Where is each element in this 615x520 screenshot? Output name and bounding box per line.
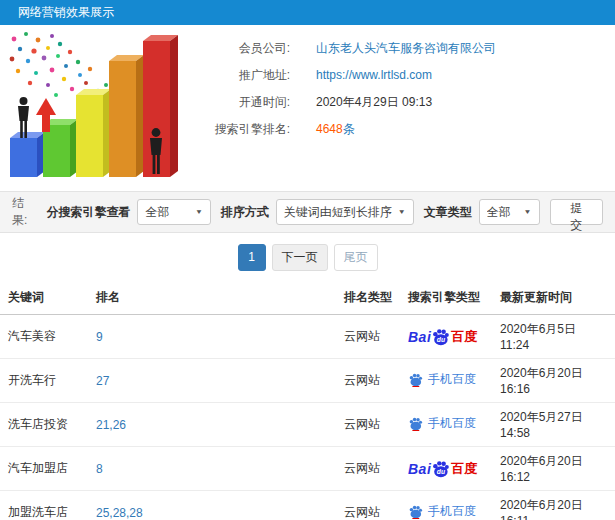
submit-button[interactable]: 提交: [550, 199, 604, 225]
rank-type-cell: 云网站: [336, 491, 400, 520]
confetti-dots: [10, 32, 108, 97]
table-row: 汽车加盟店 8 云网站 Baidu百度 2020年6月20日 16:12: [0, 447, 615, 491]
member-info-panel: 会员公司: 山东老人头汽车服务咨询有限公司 推广地址: https://www.…: [0, 25, 615, 191]
keyword-rank-table: 关键词 排名 排名类型 搜索引擎类型 最新更新时间 汽车美容 9 云网站 Bai…: [0, 281, 615, 520]
baidu-paw-icon: du: [431, 459, 450, 478]
rank-type-cell: 云网站: [336, 447, 400, 491]
header-updated: 最新更新时间: [492, 281, 615, 315]
header-rank: 排名: [88, 281, 336, 315]
rank-type-cell: 云网站: [336, 315, 400, 359]
updated-cell: 2020年5月27日 14:58: [492, 403, 615, 447]
keyword-cell: 加盟洗车店: [0, 491, 88, 520]
company-link[interactable]: 山东老人头汽车服务咨询有限公司: [316, 35, 496, 62]
bar-blue: [10, 132, 45, 177]
businessman-figure-left: [18, 97, 29, 138]
rank-type-cell: 云网站: [336, 359, 400, 403]
baidu-logo-cn: 百度: [451, 330, 477, 343]
page-title: 网络营销效果展示: [18, 5, 114, 19]
last-page-button[interactable]: 尾页: [334, 244, 378, 271]
rank-cell[interactable]: 9: [88, 315, 336, 359]
mobile-baidu-paw-icon: [408, 416, 423, 431]
svg-text:du: du: [437, 336, 445, 343]
results-label: 结果:: [12, 195, 36, 229]
engine-filter-select[interactable]: 全部 ▼: [137, 199, 210, 225]
engine-cell: Baidu百度: [400, 447, 492, 491]
mobile-baidu-paw-icon: [408, 504, 423, 519]
header-rank-type: 排名类型: [336, 281, 400, 315]
bar-chart-illustration-svg: [0, 25, 182, 191]
bar-red: [143, 35, 178, 177]
chevron-down-icon: ▼: [195, 208, 203, 215]
engine-filter-value: 全部: [145, 204, 188, 221]
open-time-label: 开通时间:: [182, 89, 290, 116]
engine-cell: Baidu百度: [400, 315, 492, 359]
mobile-baidu-logo: 手机百度: [408, 415, 476, 432]
updated-cell: 2020年6月5日 11:24: [492, 315, 615, 359]
table-header-row: 关键词 排名 排名类型 搜索引擎类型 最新更新时间: [0, 281, 615, 315]
engine-cell: 手机百度: [400, 403, 492, 447]
updated-cell: 2020年6月20日 16:12: [492, 447, 615, 491]
sort-filter-label: 排序方式: [221, 204, 269, 221]
rank-cell[interactable]: 25,28,28: [88, 491, 336, 520]
engine-cell: 手机百度: [400, 359, 492, 403]
rank-cell[interactable]: 21,26: [88, 403, 336, 447]
company-label: 会员公司:: [182, 35, 290, 62]
promo-url-link[interactable]: https://www.lrtlsd.com: [316, 62, 432, 89]
baidu-logo-bai: Bai: [408, 462, 431, 476]
sort-filter-select[interactable]: 关键词由短到长排序 ▼: [276, 199, 414, 225]
keyword-cell: 洗车店投资: [0, 403, 88, 447]
keyword-cell: 开洗车行: [0, 359, 88, 403]
info-row-open-time: 开通时间: 2020年4月29日 09:13: [182, 89, 615, 116]
table-row: 加盟洗车店 25,28,28 云网站 手机百度 2020年6月20日 16:11: [0, 491, 615, 520]
engine-rank-unit: 条: [343, 122, 355, 136]
engine-rank-count: 4648: [316, 122, 343, 136]
mobile-baidu-logo: 手机百度: [408, 503, 476, 520]
baidu-paw-icon: du: [431, 327, 450, 346]
bar-orange: [109, 55, 144, 177]
bar-yellow: [76, 89, 111, 177]
page-title-bar: 网络营销效果展示: [0, 0, 615, 25]
chevron-down-icon: ▼: [524, 208, 532, 215]
engine-cell: 手机百度: [400, 491, 492, 520]
next-page-button[interactable]: 下一页: [272, 244, 328, 271]
baidu-logo-cn: 百度: [451, 462, 477, 475]
info-row-company: 会员公司: 山东老人头汽车服务咨询有限公司: [182, 35, 615, 62]
mobile-baidu-label: 手机百度: [428, 503, 476, 520]
filter-bar: 结果: 分搜索引擎查看 全部 ▼ 排序方式 关键词由短到长排序 ▼ 文章类型 全…: [0, 191, 615, 233]
table-row: 开洗车行 27 云网站 手机百度 2020年6月20日 16:16: [0, 359, 615, 403]
open-time-value: 2020年4月29日 09:13: [316, 89, 432, 116]
rank-cell[interactable]: 8: [88, 447, 336, 491]
member-info-list: 会员公司: 山东老人头汽车服务咨询有限公司 推广地址: https://www.…: [182, 25, 615, 191]
table-row: 汽车美容 9 云网站 Baidu百度 2020年6月5日 11:24: [0, 315, 615, 359]
page-1-button[interactable]: 1: [238, 244, 266, 271]
baidu-logo-bai: Bai: [408, 330, 431, 344]
mobile-baidu-label: 手机百度: [428, 371, 476, 388]
mobile-baidu-paw-icon: [408, 372, 423, 387]
bar-chart-illustration: [0, 25, 182, 191]
article-filter-value: 全部: [487, 204, 518, 221]
keyword-cell: 汽车美容: [0, 315, 88, 359]
pagination: 1 下一页 尾页: [0, 233, 615, 281]
engine-rank-value: 4648条: [316, 116, 355, 143]
article-filter-label: 文章类型: [424, 204, 472, 221]
baidu-logo: Baidu百度: [408, 327, 477, 346]
svg-text:du: du: [437, 468, 445, 475]
mobile-baidu-logo: 手机百度: [408, 371, 476, 388]
table-row: 洗车店投资 21,26 云网站 手机百度 2020年5月27日 14:58: [0, 403, 615, 447]
header-engine-type: 搜索引擎类型: [400, 281, 492, 315]
chevron-down-icon: ▼: [398, 208, 406, 215]
mobile-baidu-label: 手机百度: [428, 415, 476, 432]
promo-url-label: 推广地址:: [182, 62, 290, 89]
engine-rank-label: 搜索引擎排名:: [182, 116, 290, 143]
info-row-url: 推广地址: https://www.lrtlsd.com: [182, 62, 615, 89]
engine-filter-label: 分搜索引擎查看: [46, 204, 130, 221]
keyword-cell: 汽车加盟店: [0, 447, 88, 491]
sort-filter-value: 关键词由短到长排序: [284, 204, 392, 221]
rank-cell[interactable]: 27: [88, 359, 336, 403]
updated-cell: 2020年6月20日 16:11: [492, 491, 615, 520]
header-keyword: 关键词: [0, 281, 88, 315]
updated-cell: 2020年6月20日 16:16: [492, 359, 615, 403]
article-filter-select[interactable]: 全部 ▼: [479, 199, 540, 225]
rank-type-cell: 云网站: [336, 403, 400, 447]
baidu-logo: Baidu百度: [408, 459, 477, 478]
